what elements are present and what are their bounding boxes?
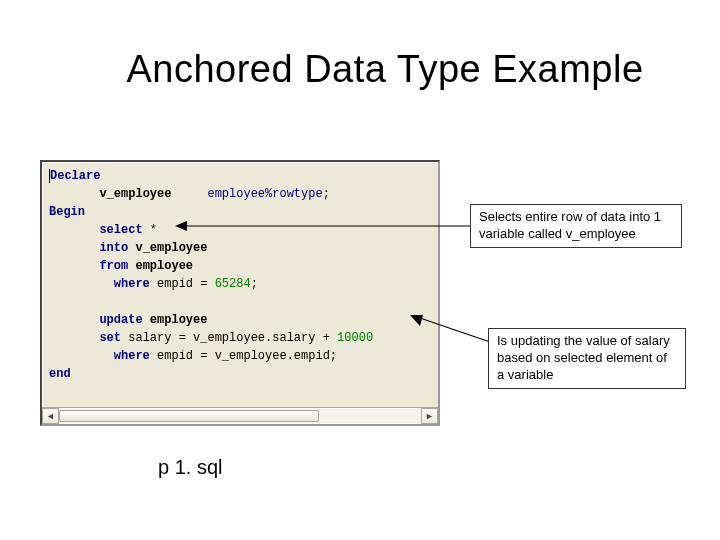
scroll-thumb[interactable]	[59, 410, 319, 422]
code-text: empid =	[150, 277, 215, 291]
code-variable: v_employee	[99, 187, 171, 201]
code-keyword: end	[49, 367, 71, 381]
code-punct: ;	[323, 187, 330, 201]
code-text: empid = v_employee.empid;	[150, 349, 337, 363]
code-keyword: where	[114, 277, 150, 291]
code-type: employee%rowtype	[207, 187, 322, 201]
scroll-track[interactable]	[59, 408, 421, 424]
horizontal-scrollbar[interactable]: ◄ ►	[42, 407, 438, 424]
code-keyword: from	[99, 259, 128, 273]
code-content: Declare v_employee employee%rowtype; Beg…	[42, 162, 438, 407]
scroll-right-button[interactable]: ►	[421, 408, 438, 424]
callout-update-salary: Is updating the value of salary based on…	[488, 328, 686, 389]
code-table: employee	[143, 313, 208, 327]
scroll-left-button[interactable]: ◄	[42, 408, 59, 424]
code-text: salary = v_employee.salary +	[121, 331, 337, 345]
code-keyword: Begin	[49, 205, 85, 219]
code-number: 65284	[215, 277, 251, 291]
triangle-left-icon: ◄	[46, 411, 55, 421]
code-keyword: select	[99, 223, 142, 237]
code-keyword: set	[99, 331, 121, 345]
code-punct: ;	[251, 277, 258, 291]
code-table: employee	[128, 259, 193, 273]
code-keyword: where	[114, 349, 150, 363]
figure-caption: p 1. sql	[158, 456, 222, 479]
callout-select-row: Selects entire row of data into 1 variab…	[470, 204, 682, 248]
triangle-right-icon: ►	[425, 411, 434, 421]
code-text: *	[143, 223, 157, 237]
code-keyword: into	[99, 241, 128, 255]
code-number: 10000	[337, 331, 373, 345]
code-keyword: Declare	[50, 169, 100, 183]
code-editor-window: Declare v_employee employee%rowtype; Beg…	[40, 160, 440, 426]
slide-title: Anchored Data Type Example	[110, 48, 660, 91]
code-variable: v_employee	[128, 241, 207, 255]
code-keyword: update	[99, 313, 142, 327]
